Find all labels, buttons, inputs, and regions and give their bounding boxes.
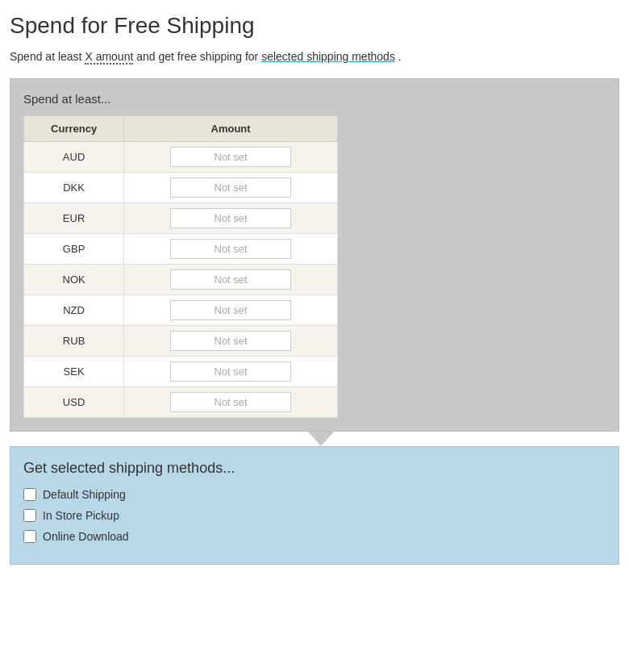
table-row: DKK [24, 173, 338, 203]
table-row: RUB [24, 326, 338, 357]
col-currency-header: Currency [24, 116, 124, 142]
currency-table: Currency Amount AUDDKKEURGBPNOKNZDRUBSEK… [23, 115, 338, 418]
currency-cell: GBP [24, 234, 124, 265]
amount-cell [124, 387, 338, 418]
currency-cell: SEK [24, 357, 124, 387]
label-default-shipping[interactable]: Default Shipping [43, 488, 126, 501]
shipping-options-container: Default ShippingIn Store PickupOnline Do… [23, 488, 606, 543]
shipping-option-online-download: Online Download [23, 530, 606, 543]
amount-cell [124, 295, 338, 326]
spend-panel: Spend at least... Currency Amount AUDDKK… [10, 78, 619, 432]
currency-cell: DKK [24, 173, 124, 203]
amount-cell [124, 234, 338, 265]
checkbox-in-store-pickup[interactable] [23, 509, 36, 522]
amount-cell [124, 357, 338, 387]
amount-input-aud[interactable] [170, 147, 291, 167]
shipping-option-in-store-pickup: In Store Pickup [23, 509, 606, 522]
description-x-amount: X amount [85, 50, 133, 65]
shipping-option-default-shipping: Default Shipping [23, 488, 606, 501]
amount-input-usd[interactable] [170, 392, 291, 412]
checkbox-default-shipping[interactable] [23, 488, 36, 501]
table-row: USD [24, 387, 338, 418]
amount-cell [124, 173, 338, 203]
table-row: NOK [24, 265, 338, 295]
panel-arrow [308, 432, 334, 446]
amount-cell [124, 326, 338, 357]
amount-cell [124, 203, 338, 234]
amount-input-eur[interactable] [170, 208, 291, 228]
currency-cell: AUD [24, 142, 124, 173]
page-description: Spend at least X amount and get free shi… [10, 48, 619, 65]
label-online-download[interactable]: Online Download [43, 530, 129, 543]
shipping-panel-title: Get selected shipping methods... [23, 460, 606, 477]
amount-input-nok[interactable] [170, 269, 291, 290]
currency-cell: USD [24, 387, 124, 418]
checkbox-online-download[interactable] [23, 530, 36, 543]
description-end: . [398, 50, 402, 63]
amount-cell [124, 142, 338, 173]
label-in-store-pickup[interactable]: In Store Pickup [43, 509, 119, 522]
table-row: AUD [24, 142, 338, 173]
currency-cell: NZD [24, 295, 124, 326]
currency-cell: NOK [24, 265, 124, 295]
amount-input-rub[interactable] [170, 331, 291, 351]
currency-table-body: AUDDKKEURGBPNOKNZDRUBSEKUSD [24, 142, 338, 418]
amount-input-nzd[interactable] [170, 300, 291, 320]
spend-panel-title: Spend at least... [23, 92, 606, 106]
page-title: Spend for Free Shipping [10, 13, 619, 39]
amount-cell [124, 265, 338, 295]
amount-input-sek[interactable] [170, 361, 291, 382]
currency-cell: EUR [24, 203, 124, 234]
table-row: NZD [24, 295, 338, 326]
amount-input-dkk[interactable] [170, 177, 291, 198]
table-header-row: Currency Amount [24, 116, 338, 142]
page-wrapper: Spend for Free Shipping Spend at least X… [0, 0, 629, 578]
currency-cell: RUB [24, 326, 124, 357]
col-amount-header: Amount [124, 116, 338, 142]
table-row: GBP [24, 234, 338, 265]
amount-input-gbp[interactable] [170, 239, 291, 259]
selected-shipping-methods-link[interactable]: selected shipping methods [261, 50, 395, 63]
description-part1: Spend at least [10, 50, 85, 63]
shipping-panel: Get selected shipping methods... Default… [10, 446, 619, 565]
table-row: EUR [24, 203, 338, 234]
description-part2: and get free shipping for [136, 50, 261, 63]
table-row: SEK [24, 357, 338, 387]
